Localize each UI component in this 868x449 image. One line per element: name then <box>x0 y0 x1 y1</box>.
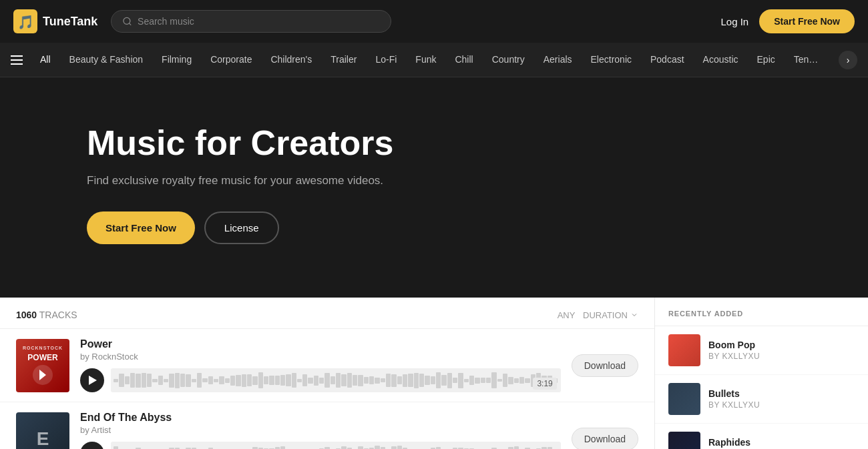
sidebar-header: RECENTLY ADDED <box>655 298 868 326</box>
duration-any: ANY <box>558 310 576 320</box>
category-item[interactable]: Epic <box>748 43 785 77</box>
duration-text: DURATION <box>583 310 628 320</box>
sidebar-track-artist: by KXLLYXU <box>708 400 855 410</box>
track-thumbnail: ROCKNSTOCK POWER <box>16 339 69 392</box>
track-info: End Of The Abyss by Artist 4:05 <box>80 412 561 449</box>
hamburger-icon[interactable] <box>11 55 23 65</box>
category-next-button[interactable]: › <box>839 51 857 69</box>
tracks-panel: 1060 TRACKS ANY DURATION ROCKNSTOCK POWE… <box>0 298 654 449</box>
download-button[interactable]: Download <box>572 428 638 449</box>
svg-point-2 <box>124 17 130 24</box>
play-button[interactable] <box>80 442 104 449</box>
track-duration: 3:19 <box>533 378 556 390</box>
list-item[interactable]: Bullets by KXLLYXU <box>655 375 868 424</box>
hero-title: Music for Creators <box>87 124 781 162</box>
sidebar-track-title: Boom Pop <box>708 340 855 350</box>
category-item[interactable]: Children's <box>261 43 321 77</box>
category-item[interactable]: Electronic <box>582 43 641 77</box>
tracks-label: TRACKS <box>39 310 77 320</box>
duration-filter[interactable]: ANY DURATION <box>558 310 638 320</box>
category-item[interactable]: All <box>31 43 60 77</box>
waveform[interactable]: 3:19 <box>111 368 561 392</box>
play-button[interactable] <box>80 368 104 392</box>
tracks-count: 1060 TRACKS <box>16 310 77 320</box>
content-area: 1060 TRACKS ANY DURATION ROCKNSTOCK POWE… <box>0 298 868 449</box>
hero-start-free-button[interactable]: Start Free Now <box>87 211 195 244</box>
sidebar-track-thumbnail <box>668 383 700 415</box>
logo-icon: 🎵 <box>13 9 37 33</box>
download-button[interactable]: Download <box>572 354 638 377</box>
track-title: Power <box>80 338 561 350</box>
login-button[interactable]: Log In <box>720 16 748 27</box>
hero-subtitle: Find exclusive royalty free music for yo… <box>87 174 781 187</box>
sidebar-track-info: Bullets by KXLLYXU <box>708 388 855 410</box>
sidebar: RECENTLY ADDED Boom Pop by KXLLYXU Bulle… <box>654 298 868 449</box>
waveform[interactable]: 4:05 <box>111 442 561 449</box>
category-item[interactable]: Filming <box>152 43 201 77</box>
sidebar-track-info: Raphides by SKIINGSPVR <box>708 437 855 449</box>
sidebar-track-info: Boom Pop by KXLLYXU <box>708 340 855 361</box>
track-artist: by RocknStock <box>80 352 561 362</box>
category-item[interactable]: Funk <box>406 43 445 77</box>
category-nav: AllBeauty & FashionFilmingCorporateChild… <box>0 43 868 77</box>
category-item[interactable]: Lo-Fi <box>366 43 406 77</box>
logo[interactable]: 🎵 TuneTank <box>13 9 100 33</box>
hero-section: Music for Creators Find exclusive royalt… <box>0 77 868 298</box>
category-item[interactable]: Corporate <box>201 43 261 77</box>
track-artist: by Artist <box>80 425 561 435</box>
tracks-number: 1060 <box>16 310 37 320</box>
category-item[interactable]: Country <box>483 43 534 77</box>
logo-text: TuneTank <box>43 15 97 29</box>
hero-buttons: Start Free Now License <box>87 211 781 244</box>
category-item[interactable]: Acoustic <box>694 43 748 77</box>
hero-license-button[interactable]: License <box>204 211 279 244</box>
sidebar-track-thumbnail <box>668 334 700 366</box>
sidebar-track-title: Raphides <box>708 437 855 448</box>
sidebar-track-title: Bullets <box>708 388 855 399</box>
table-row: E End Of The Abyss by Artist 4:05 Downlo… <box>0 402 654 449</box>
svg-text:🎵: 🎵 <box>17 14 34 30</box>
search-input[interactable] <box>138 16 380 27</box>
search-bar[interactable] <box>111 10 391 33</box>
track-title: End Of The Abyss <box>80 412 561 424</box>
tracks-header: 1060 TRACKS ANY DURATION <box>0 298 654 329</box>
category-item[interactable]: Podcast <box>641 43 694 77</box>
track-thumbnail: E <box>16 412 69 449</box>
category-item[interactable]: Ten… <box>785 43 828 77</box>
nav-right: Log In Start Free Now <box>720 9 855 33</box>
track-controls: 4:05 <box>80 442 561 449</box>
table-row: ROCKNSTOCK POWER Power by RocknStock 3:1… <box>0 329 654 402</box>
navbar: 🎵 TuneTank Log In Start Free Now <box>0 0 868 43</box>
list-item[interactable]: Boom Pop by KXLLYXU <box>655 326 868 375</box>
category-item[interactable]: Beauty & Fashion <box>60 43 153 77</box>
start-free-button[interactable]: Start Free Now <box>759 9 855 33</box>
sidebar-track-artist: by KXLLYXU <box>708 352 855 361</box>
svg-line-3 <box>129 23 131 25</box>
list-item[interactable]: Raphides by SKIINGSPVR <box>655 424 868 449</box>
category-item[interactable]: Aerials <box>534 43 582 77</box>
track-controls: 3:19 <box>80 368 561 392</box>
chevron-down-icon <box>630 311 638 319</box>
track-info: Power by RocknStock 3:19 <box>80 338 561 392</box>
search-icon <box>122 16 132 27</box>
sidebar-track-thumbnail <box>668 432 700 449</box>
category-item[interactable]: Chill <box>445 43 482 77</box>
category-item[interactable]: Trailer <box>321 43 366 77</box>
